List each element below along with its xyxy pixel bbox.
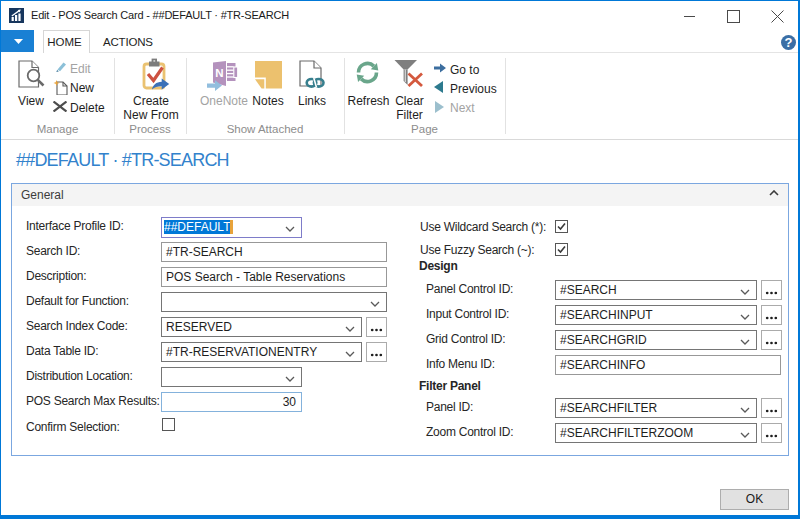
svg-text:N: N (215, 67, 223, 79)
svg-text:?: ? (785, 35, 793, 50)
